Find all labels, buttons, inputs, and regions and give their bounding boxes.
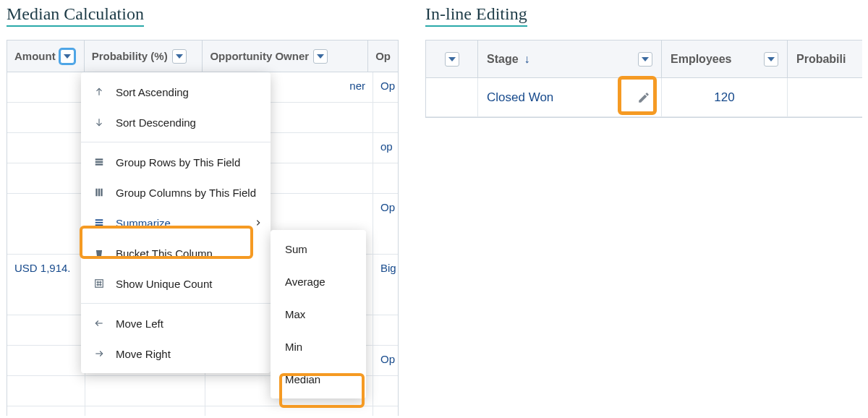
cell-amount xyxy=(7,72,85,102)
menu-unique-count[interactable]: Show Unique Count xyxy=(81,268,271,299)
menu-item-label: Sort Descending xyxy=(116,116,196,129)
right-table: Stage ↓ Employees Probabili Closed Won 1 xyxy=(425,40,862,118)
col-header-employees[interactable]: Employees xyxy=(662,40,788,77)
menu-item-label: Group Rows by This Field xyxy=(116,156,240,169)
svg-rect-7 xyxy=(101,189,102,197)
menu-item-label: Group Columns by This Field xyxy=(116,187,256,199)
columns-icon xyxy=(93,186,106,199)
rows-icon xyxy=(93,155,106,169)
cell-employees[interactable]: 120 xyxy=(662,78,788,116)
cell-amount xyxy=(7,315,85,345)
submenu-min[interactable]: Min xyxy=(271,330,366,363)
cell-prob xyxy=(85,406,205,416)
arrow-up-icon xyxy=(93,85,106,98)
col-header-probability[interactable]: Probabili xyxy=(788,40,862,77)
svg-rect-6 xyxy=(98,189,100,197)
column-menu-button-stage[interactable] xyxy=(638,52,652,67)
submenu-sum[interactable]: Sum xyxy=(271,233,366,265)
cell-op[interactable] xyxy=(373,163,398,193)
submenu-max[interactable]: Max xyxy=(271,298,366,330)
menu-move-right[interactable]: Move Right xyxy=(81,338,271,369)
chevron-down-icon xyxy=(317,54,324,59)
cell-amount xyxy=(7,103,85,132)
cell-stage-value: Closed Won xyxy=(487,90,553,105)
svg-rect-5 xyxy=(95,189,97,197)
col-header-label: Employees xyxy=(671,53,731,66)
cell-amount: USD 1,914. xyxy=(7,255,85,315)
cell-op[interactable]: op xyxy=(373,133,398,163)
chevron-down-icon xyxy=(448,57,456,61)
menu-bucket-column[interactable]: Bucket This Column xyxy=(81,238,271,268)
menu-item-label: Move Left xyxy=(116,317,163,330)
cell-op[interactable] xyxy=(373,315,398,345)
menu-item-label: Sort Ascending xyxy=(116,86,189,98)
cell-prob xyxy=(85,376,205,406)
cell-probability[interactable] xyxy=(788,78,862,116)
cell-op[interactable]: Op xyxy=(373,194,398,254)
svg-rect-10 xyxy=(95,224,103,226)
table-row: OP xyxy=(7,406,398,416)
cell-op[interactable]: Op xyxy=(373,346,398,375)
column-menu-button-amount[interactable] xyxy=(60,49,75,64)
svg-rect-2 xyxy=(95,158,103,160)
menu-move-left[interactable]: Move Left xyxy=(81,308,271,338)
column-menu-button-employees[interactable] xyxy=(764,52,778,67)
col-header-amount[interactable]: Amount xyxy=(7,40,85,72)
menu-group-rows[interactable]: Group Rows by This Field xyxy=(81,147,271,177)
hash-icon xyxy=(93,277,106,290)
summarize-submenu: Sum Average Max Min Median xyxy=(271,230,366,398)
table-row: Closed Won 120 xyxy=(426,78,862,117)
chevron-down-icon xyxy=(642,57,649,61)
menu-item-label: Show Unique Count xyxy=(116,278,212,290)
col-header-owner[interactable]: Opportunity Owner xyxy=(203,40,368,72)
col-header-probability[interactable]: Probability (%) xyxy=(85,40,203,72)
svg-rect-11 xyxy=(95,280,103,288)
column-dropdown-menu: Sort Ascending Sort Descending Group Row… xyxy=(81,72,271,373)
col-header-label: Stage xyxy=(487,53,519,66)
submenu-average[interactable]: Average xyxy=(271,265,366,298)
col-header-rownum[interactable] xyxy=(426,40,478,77)
cell-employees-value: 120 xyxy=(714,90,734,105)
menu-summarize[interactable]: Summarize xyxy=(81,208,271,238)
cell-amount xyxy=(7,346,85,375)
menu-separator xyxy=(81,303,271,304)
col-header-label: Op xyxy=(375,50,391,62)
arrow-right-icon xyxy=(93,347,106,360)
menu-item-label: Move Right xyxy=(116,348,171,360)
svg-rect-9 xyxy=(95,222,103,223)
col-header-op[interactable]: Op xyxy=(368,40,398,72)
pencil-icon xyxy=(637,91,650,104)
col-header-label: Probabili xyxy=(796,53,846,66)
column-menu-button-owner[interactable] xyxy=(313,49,328,64)
chevron-right-icon xyxy=(255,219,262,226)
bucket-icon xyxy=(93,247,106,260)
right-table-header: Stage ↓ Employees Probabili xyxy=(426,40,862,78)
cell-op[interactable] xyxy=(373,103,398,132)
cell-rownum xyxy=(426,78,478,116)
menu-item-label: Summarize xyxy=(116,217,171,229)
col-header-label: Amount xyxy=(14,50,56,62)
column-menu-button-rownum[interactable] xyxy=(445,52,459,67)
cell-stage[interactable]: Closed Won xyxy=(478,78,662,116)
svg-rect-8 xyxy=(95,219,103,221)
menu-group-columns[interactable]: Group Columns by This Field xyxy=(81,177,271,208)
column-menu-button-probability[interactable] xyxy=(172,49,187,64)
edit-inline-button[interactable] xyxy=(635,89,652,106)
cell-op[interactable]: Big xyxy=(373,255,398,315)
cell-op[interactable]: Op xyxy=(373,72,398,102)
col-header-stage[interactable]: Stage ↓ xyxy=(478,40,662,77)
menu-item-label: Bucket This Column xyxy=(116,247,213,260)
left-table-header: Amount Probability (%) Opportunity Owner… xyxy=(7,40,398,72)
menu-sort-descending[interactable]: Sort Descending xyxy=(81,107,271,137)
col-header-label: Opportunity Owner xyxy=(210,50,309,62)
cell-amount xyxy=(7,133,85,163)
submenu-median[interactable]: Median xyxy=(271,363,366,396)
cell-amount xyxy=(7,194,85,254)
inline-editing-section: In-line Editing Stage ↓ Employees Probab… xyxy=(425,4,862,118)
cell-amount xyxy=(7,376,85,406)
menu-sort-ascending[interactable]: Sort Ascending xyxy=(81,77,271,107)
cell-op[interactable] xyxy=(373,376,398,406)
menu-separator xyxy=(81,142,271,142)
cell-op[interactable]: OP xyxy=(373,406,398,416)
summarize-icon xyxy=(93,216,106,229)
